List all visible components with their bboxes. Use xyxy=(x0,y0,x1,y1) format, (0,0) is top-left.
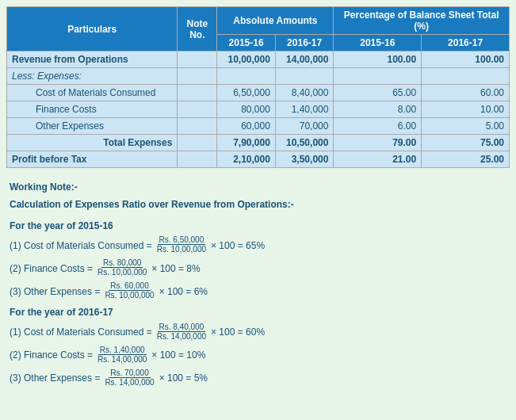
amt1-cell: 7,90,000 xyxy=(217,135,276,151)
working-note-item: (3) Other Expenses =Rs. 60,000Rs. 10,00,… xyxy=(10,281,506,300)
working-note-item: (1) Cost of Materials Consumed =Rs. 8,40… xyxy=(10,323,506,341)
wn-item-label: (2) Finance Costs = xyxy=(10,261,93,277)
pct2-cell: 100.00 xyxy=(422,52,510,68)
note-no-header: Note No. xyxy=(178,7,217,52)
fraction: Rs. 1,40,000Rs. 14,00,000 xyxy=(96,346,148,364)
particulars-cell: Finance Costs xyxy=(7,101,178,118)
year1-abs-header: 2015-16 xyxy=(217,35,276,52)
note-no-cell xyxy=(178,118,217,135)
working-note-title: Working Note:- xyxy=(10,179,506,195)
wn-item-label: (3) Other Expenses = xyxy=(10,370,100,386)
amt1-cell xyxy=(217,68,276,85)
working-note-item: (1) Cost of Materials Consumed =Rs. 6,50… xyxy=(10,235,506,254)
wn-result: × 100 = 8% xyxy=(151,261,200,277)
year1-pct-header: 2015-16 xyxy=(334,35,422,52)
wn-result: × 100 = 60% xyxy=(211,324,265,340)
pct2-cell: 25.00 xyxy=(422,151,510,168)
particulars-cell: Profit before Tax xyxy=(7,151,178,168)
amt2-cell: 10,50,000 xyxy=(275,135,334,151)
year-2015-label: For the year of 2015-16 xyxy=(10,218,506,234)
particulars-cell: Total Expenses xyxy=(7,135,178,151)
pct1-cell: 6.00 xyxy=(334,118,422,135)
fraction: Rs. 8,40,000Rs. 14,00,000 xyxy=(155,323,208,341)
note-no-cell xyxy=(178,101,217,118)
fraction: Rs. 60,000Rs. 10,00,000 xyxy=(103,281,155,300)
amt1-cell: 60,000 xyxy=(217,118,276,135)
items-2015-container: (1) Cost of Materials Consumed =Rs. 6,50… xyxy=(10,235,506,300)
fraction-denominator: Rs. 10,00,000 xyxy=(155,245,208,254)
wn-result: × 100 = 65% xyxy=(211,238,265,254)
note-no-cell xyxy=(178,85,217,101)
table-row: Profit before Tax2,10,0003,50,00021.0025… xyxy=(7,151,510,168)
fraction-denominator: Rs. 10,00,000 xyxy=(96,268,148,277)
amt2-cell xyxy=(275,68,334,85)
pct1-cell: 65.00 xyxy=(334,85,422,101)
amt1-cell: 10,00,000 xyxy=(217,52,276,68)
table-row: Other Expenses60,00070,0006.005.00 xyxy=(7,118,510,135)
note-no-cell xyxy=(178,68,217,85)
year-2016-label: For the year of 2016-17 xyxy=(10,304,506,320)
fraction-denominator: Rs. 14,00,000 xyxy=(155,332,208,341)
fraction-numerator: Rs. 70,000 xyxy=(109,368,150,378)
table-row: Cost of Materials Consumed6,50,0008,40,0… xyxy=(7,85,510,101)
wn-item-label: (1) Cost of Materials Consumed = xyxy=(10,238,152,254)
pct2-cell: 10.00 xyxy=(422,101,510,118)
wn-result: × 100 = 6% xyxy=(159,284,208,300)
fraction-denominator: Rs. 14,00,000 xyxy=(103,378,155,387)
working-note-item: (2) Finance Costs =Rs. 80,000Rs. 10,00,0… xyxy=(10,258,506,277)
fraction-numerator: Rs. 80,000 xyxy=(101,258,143,268)
particulars-cell: Less: Expenses: xyxy=(7,68,178,85)
year2-pct-header: 2016-17 xyxy=(422,35,510,52)
table-row: Less: Expenses: xyxy=(7,68,510,85)
items-2016-container: (1) Cost of Materials Consumed =Rs. 8,40… xyxy=(10,323,506,387)
note-no-cell xyxy=(178,151,217,168)
particulars-cell: Revenue from Operations xyxy=(7,52,178,68)
fraction: Rs. 80,000Rs. 10,00,000 xyxy=(96,258,148,277)
working-note-item: (2) Finance Costs =Rs. 1,40,000Rs. 14,00… xyxy=(10,346,506,364)
note-no-cell xyxy=(178,52,217,68)
pct1-cell: 79.00 xyxy=(334,135,422,151)
fraction-numerator: Rs. 60,000 xyxy=(109,281,150,291)
amt2-cell: 14,00,000 xyxy=(275,52,334,68)
wn-result: × 100 = 5% xyxy=(159,370,208,386)
pct1-cell: 21.00 xyxy=(334,151,422,168)
table-header-row: Particulars Note No. Absolute Amounts Pe… xyxy=(7,7,510,35)
amt2-cell: 8,40,000 xyxy=(275,85,334,101)
fraction-denominator: Rs. 14,00,000 xyxy=(96,355,148,364)
fraction-numerator: Rs. 1,40,000 xyxy=(98,346,147,355)
table-row: Total Expenses7,90,00010,50,00079.0075.0… xyxy=(7,135,510,151)
pct1-cell: 100.00 xyxy=(334,52,422,68)
pct2-cell xyxy=(422,68,510,85)
pct-balance-header: Percentage of Balance Sheet Total (%) xyxy=(334,7,510,35)
wn-result: × 100 = 10% xyxy=(151,347,205,363)
table-body: Revenue from Operations10,00,00014,00,00… xyxy=(7,52,510,168)
particulars-header: Particulars xyxy=(7,7,178,52)
pct1-cell: 8.00 xyxy=(334,101,422,118)
amt2-cell: 3,50,000 xyxy=(275,151,334,168)
pct2-cell: 60.00 xyxy=(422,85,510,101)
fraction: Rs. 6,50,000Rs. 10,00,000 xyxy=(155,235,208,254)
fraction-numerator: Rs. 6,50,000 xyxy=(158,235,206,245)
note-no-cell xyxy=(178,135,217,151)
pct2-cell: 75.00 xyxy=(422,135,510,151)
particulars-cell: Cost of Materials Consumed xyxy=(7,85,178,101)
pct2-cell: 5.00 xyxy=(422,118,510,135)
amt2-cell: 1,40,000 xyxy=(275,101,334,118)
pct1-cell xyxy=(334,68,422,85)
wn-item-label: (1) Cost of Materials Consumed = xyxy=(10,324,152,340)
fraction-numerator: Rs. 8,40,000 xyxy=(158,323,206,332)
table-row: Finance Costs80,0001,40,0008.0010.00 xyxy=(7,101,510,118)
amt1-cell: 2,10,000 xyxy=(217,151,276,168)
absolute-amounts-header: Absolute Amounts xyxy=(217,7,334,35)
working-note-subtitle: Calculation of Expenses Ratio over Reven… xyxy=(10,197,506,212)
table-row: Revenue from Operations10,00,00014,00,00… xyxy=(7,52,510,68)
wn-item-label: (3) Other Expenses = xyxy=(10,284,100,300)
amt1-cell: 80,000 xyxy=(217,101,276,118)
year2-abs-header: 2016-17 xyxy=(275,35,334,52)
working-notes-section: Working Note:- Calculation of Expenses R… xyxy=(6,178,510,393)
fraction-denominator: Rs. 10,00,000 xyxy=(103,291,155,300)
amt1-cell: 6,50,000 xyxy=(217,85,276,101)
financial-table: Particulars Note No. Absolute Amounts Pe… xyxy=(6,6,510,168)
wn-item-label: (2) Finance Costs = xyxy=(10,347,93,363)
particulars-cell: Other Expenses xyxy=(7,118,178,135)
